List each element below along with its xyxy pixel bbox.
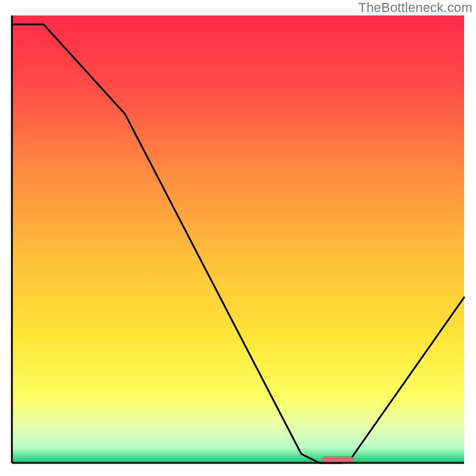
plot-background <box>12 15 464 463</box>
chart-svg <box>0 0 476 476</box>
watermark-label: TheBottleneck.com <box>358 0 472 15</box>
bottleneck-chart: TheBottleneck.com <box>0 0 476 476</box>
